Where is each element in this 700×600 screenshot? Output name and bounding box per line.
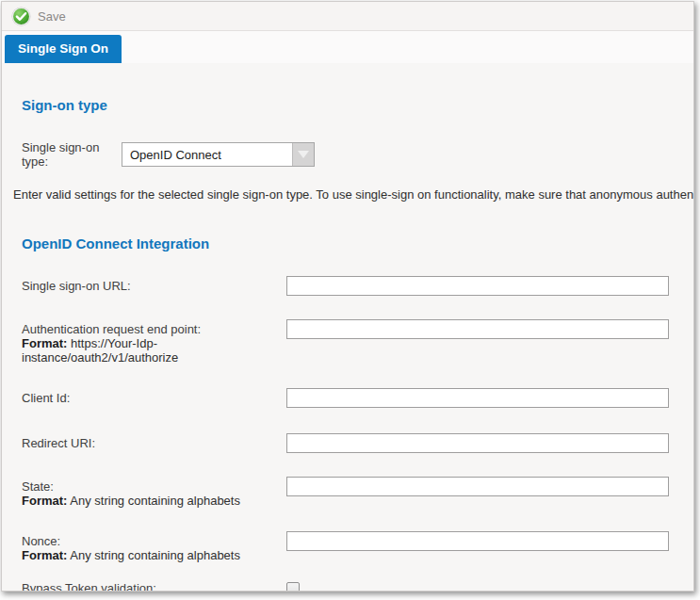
field-label-group: Nonce: Format: Any string containing alp… bbox=[22, 531, 286, 562]
form-row-state: State: Format: Any string containing alp… bbox=[22, 477, 693, 508]
settings-panel: Save Single Sign On Sign-on type Single … bbox=[1, 1, 694, 592]
save-button-label: Save bbox=[38, 9, 66, 24]
form-row-auth-endpoint: Authentication request end point: Format… bbox=[22, 319, 693, 365]
bypass-token-checkbox[interactable] bbox=[286, 582, 300, 592]
auth-endpoint-format: Format: https://Your-Idp-instance/oauth2… bbox=[22, 336, 286, 365]
integration-form: Single sign-on URL: Authentication reque… bbox=[13, 276, 693, 591]
instruction-text: Enter valid settings for the selected si… bbox=[13, 187, 693, 202]
content-area: Sign-on type Single sign-on type: OpenID… bbox=[2, 63, 693, 591]
field-label-group: Redirect URI: bbox=[22, 433, 286, 450]
field-label-group: Client Id: bbox=[22, 388, 286, 405]
signon-type-heading: Sign-on type bbox=[22, 97, 693, 113]
nonce-input[interactable] bbox=[286, 531, 669, 551]
save-checkmark-icon bbox=[11, 7, 31, 26]
field-label-group: Single sign-on URL: bbox=[22, 276, 286, 293]
dropdown-arrow-button[interactable] bbox=[292, 143, 314, 166]
chevron-down-icon bbox=[298, 151, 309, 158]
state-label: State: bbox=[22, 479, 286, 494]
signon-type-dropdown[interactable]: OpenID Connect bbox=[122, 142, 315, 167]
state-format: Format: Any string containing alphabets bbox=[22, 494, 286, 508]
signon-type-row: Single sign-on type: OpenID Connect bbox=[22, 140, 693, 169]
field-label-group: State: Format: Any string containing alp… bbox=[22, 477, 286, 508]
form-row-client-id: Client Id: bbox=[22, 388, 693, 408]
client-id-input[interactable] bbox=[286, 388, 669, 408]
redirect-uri-input[interactable] bbox=[286, 433, 669, 453]
save-button[interactable]: Save bbox=[11, 7, 66, 26]
sso-url-input[interactable] bbox=[286, 276, 669, 296]
tab-strip: Single Sign On bbox=[2, 31, 693, 63]
client-id-label: Client Id: bbox=[22, 391, 286, 405]
form-row-nonce: Nonce: Format: Any string containing alp… bbox=[22, 531, 693, 562]
tab-single-sign-on[interactable]: Single Sign On bbox=[5, 35, 122, 63]
auth-endpoint-input[interactable] bbox=[286, 319, 669, 339]
nonce-format: Format: Any string containing alphabets bbox=[22, 548, 286, 562]
tab-label: Single Sign On bbox=[18, 41, 108, 56]
auth-endpoint-label: Authentication request end point: bbox=[22, 322, 286, 336]
sso-url-label: Single sign-on URL: bbox=[22, 279, 286, 293]
form-row-redirect-uri: Redirect URI: bbox=[22, 433, 693, 453]
state-input[interactable] bbox=[286, 477, 669, 496]
form-row-sso-url: Single sign-on URL: bbox=[22, 276, 693, 296]
redirect-uri-label: Redirect URI: bbox=[22, 436, 286, 450]
signon-type-label: Single sign-on type: bbox=[22, 140, 122, 169]
bypass-token-label: Bypass Token validation: bbox=[22, 581, 286, 591]
integration-heading: OpenID Connect Integration bbox=[22, 235, 693, 251]
field-label-group: Authentication request end point: Format… bbox=[22, 319, 286, 365]
form-row-bypass-token: Bypass Token validation: bbox=[22, 581, 693, 591]
nonce-label: Nonce: bbox=[22, 534, 286, 548]
field-label-group: Bypass Token validation: bbox=[22, 581, 286, 591]
toolbar: Save bbox=[2, 2, 693, 31]
signon-type-selected-value: OpenID Connect bbox=[122, 148, 292, 162]
